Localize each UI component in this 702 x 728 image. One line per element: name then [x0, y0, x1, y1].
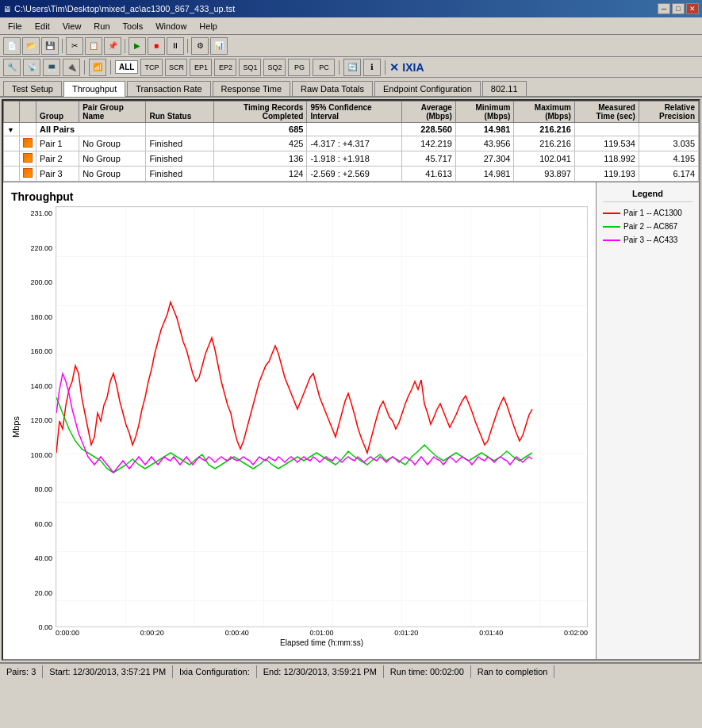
copy-btn[interactable]: 📋 — [85, 37, 102, 55]
table-scroll[interactable]: Group Pair GroupName Run Status Timing R… — [3, 101, 699, 182]
pair2-minimum: 27.304 — [455, 151, 513, 167]
tab-throughput[interactable]: Throughput — [63, 81, 125, 97]
col-expand — [4, 102, 20, 123]
menu-file[interactable]: File — [2, 20, 29, 33]
window-title: C:\Users\Tim\Desktop\mixed_ac\ac1300_867… — [14, 4, 235, 13]
tab-raw-data-totals[interactable]: Raw Data Totals — [292, 81, 373, 96]
status-end: End: 12/30/2013, 3:59:21 PM — [257, 665, 384, 678]
title-bar-controls: ─ □ ✕ — [658, 3, 699, 14]
chart-btn[interactable]: 📊 — [210, 37, 228, 55]
tab-transaction-rate[interactable]: Transaction Rate — [127, 81, 210, 96]
icon-btn-4[interactable]: 🔌 — [63, 59, 80, 76]
all-label[interactable]: ALL — [115, 60, 138, 74]
legend-item-3: Pair 3 -- AC433 — [603, 236, 692, 244]
minimize-button[interactable]: ─ — [658, 3, 670, 14]
toolbar-1: 📄 📂 💾 ✂ 📋 📌 ▶ ■ ⏸ ⚙ 📊 — [0, 35, 702, 57]
toolbar-2: 🔧 📡 💻 🔌 📶 ALL TCP SCR EP1 EP2 SQ1 SQ2 PG… — [0, 57, 702, 78]
all-pairs-status — [146, 123, 214, 136]
legend-line-1 — [603, 213, 620, 214]
tab-test-setup[interactable]: Test Setup — [3, 81, 62, 96]
menu-window[interactable]: Window — [149, 20, 193, 33]
info-btn[interactable]: ℹ — [363, 59, 381, 76]
all-pairs-average: 228.560 — [402, 123, 456, 136]
stop-btn[interactable]: ■ — [148, 37, 165, 55]
menu-edit[interactable]: Edit — [29, 20, 56, 33]
close-button[interactable]: ✕ — [686, 3, 699, 14]
pair2-average: 45.717 — [402, 151, 456, 167]
col-maximum: Maximum(Mbps) — [514, 102, 575, 123]
tcp-btn[interactable]: TCP — [140, 59, 163, 76]
icon-btn-2[interactable]: 📡 — [23, 59, 40, 76]
separator-5 — [110, 60, 111, 75]
pair1-status: Finished — [146, 136, 214, 151]
tab-80211[interactable]: 802.11 — [482, 81, 527, 96]
x-tick-200: 0:02:00 — [564, 629, 588, 637]
refresh-btn[interactable]: 🔄 — [343, 59, 361, 76]
y-tick-200: 200.00 — [22, 278, 52, 286]
menu-tools[interactable]: Tools — [117, 20, 150, 33]
menu-run[interactable]: Run — [87, 20, 116, 33]
sq1-btn[interactable]: SQ1 — [239, 59, 261, 76]
pair1-confidence: -4.317 : +4.317 — [307, 136, 402, 151]
x-tick-100: 0:01:00 — [309, 629, 333, 637]
pair3-precision: 6.174 — [639, 167, 698, 182]
x-tick-140: 0:01:40 — [479, 629, 503, 637]
pair3-minimum: 14.981 — [455, 167, 513, 182]
y-axis-ticks: 231.00 220.00 200.00 180.00 160.00 140.0… — [22, 206, 56, 647]
settings-btn[interactable]: ⚙ — [191, 37, 209, 55]
pc-btn[interactable]: PC — [313, 59, 335, 76]
icon-btn-5[interactable]: 📶 — [89, 59, 106, 76]
save-btn[interactable]: 💾 — [41, 37, 59, 55]
pair2-icon-cell — [20, 151, 36, 167]
pair2-measured: 118.992 — [574, 151, 639, 167]
separator-1 — [62, 39, 63, 53]
pair3-measured: 119.193 — [574, 167, 639, 182]
all-pairs-icon-cell — [20, 123, 36, 136]
legend-line-2 — [603, 226, 620, 228]
icon-btn-3[interactable]: 💻 — [43, 59, 60, 76]
col-average: Average(Mbps) — [402, 102, 456, 123]
pair2-row: Pair 2 No Group Finished 136 -1.918 : +1… — [4, 151, 699, 167]
all-pairs-expand[interactable]: ▼ — [4, 123, 20, 136]
y-axis-label: Mbps — [11, 416, 21, 438]
menu-view[interactable]: View — [56, 20, 88, 33]
cut-btn[interactable]: ✂ — [66, 37, 83, 55]
open-btn[interactable]: 📂 — [22, 37, 40, 55]
pair1-group: No Group — [79, 136, 146, 151]
pair2-maximum: 102.041 — [514, 151, 575, 167]
y-tick-120: 120.00 — [22, 416, 52, 424]
y-tick-140: 140.00 — [22, 382, 52, 390]
paste-btn[interactable]: 📌 — [104, 37, 121, 55]
icon-btn-1[interactable]: 🔧 — [3, 59, 21, 76]
col-relative-precision: RelativePrecision — [639, 102, 698, 123]
scr-btn[interactable]: SCR — [165, 59, 187, 76]
y-tick-231: 231.00 — [22, 209, 52, 217]
menu-help[interactable]: Help — [193, 20, 224, 33]
run-btn[interactable]: ▶ — [129, 37, 146, 55]
pair3-maximum: 93.897 — [514, 167, 575, 182]
maximize-button[interactable]: □ — [672, 3, 685, 14]
x-axis-label: Elapsed time (h:mm:ss) — [56, 638, 588, 647]
sq2-btn[interactable]: SQ2 — [263, 59, 286, 76]
col-icon — [20, 102, 36, 123]
pause-btn[interactable]: ⏸ — [167, 37, 184, 55]
tab-response-time[interactable]: Response Time — [213, 81, 290, 96]
x-tick-120: 0:01:20 — [394, 629, 418, 637]
pair2-group: No Group — [79, 151, 146, 167]
pair3-average: 41.613 — [402, 167, 456, 182]
menu-bar: File Edit View Run Tools Window Help — [0, 17, 702, 35]
legend-line-3 — [603, 239, 620, 241]
ep2-btn[interactable]: EP2 — [214, 59, 236, 76]
pair3-indent — [4, 167, 20, 182]
pg-btn[interactable]: PG — [288, 59, 310, 76]
chart-svg — [56, 206, 588, 627]
new-btn[interactable]: 📄 — [3, 37, 21, 55]
chart-title: Throughput — [11, 190, 588, 203]
ep1-btn[interactable]: EP1 — [190, 59, 212, 76]
legend-panel: Legend Pair 1 -- AC1300 Pair 2 -- AC867 … — [596, 182, 699, 659]
data-table: Group Pair GroupName Run Status Timing R… — [3, 101, 699, 182]
x-tick-0: 0:00:00 — [56, 629, 79, 637]
tab-endpoint-config[interactable]: Endpoint Configuration — [374, 81, 481, 96]
pair3-group: No Group — [79, 167, 146, 182]
all-pairs-name: All Pairs — [36, 123, 146, 136]
